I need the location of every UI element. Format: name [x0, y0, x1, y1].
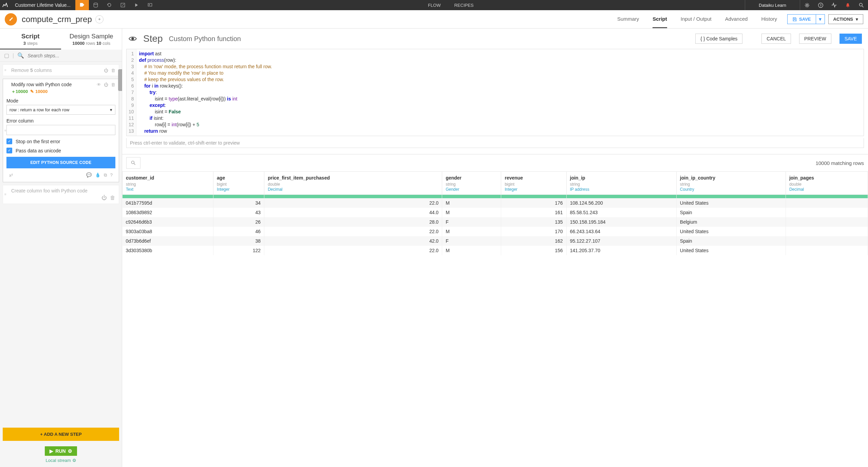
nav-recipes[interactable]: RECIPES: [454, 3, 474, 8]
edit-python-button[interactable]: EDIT PYTHON SOURCE CODE: [6, 157, 115, 168]
help-icon[interactable]: ?: [814, 0, 827, 10]
svg-rect-2: [148, 3, 152, 6]
tab-advanced[interactable]: Advanced: [725, 11, 748, 28]
project-name[interactable]: Customer Lifetime Value...: [10, 2, 75, 8]
main-panel: Step Custom Python function { } Code Sam…: [122, 29, 868, 467]
trash-icon[interactable]: 🗑: [111, 68, 115, 73]
tab-summary[interactable]: Summary: [617, 11, 639, 28]
left-tab-design[interactable]: Design Sample 10000 rows 10 cols: [61, 29, 122, 50]
column-header[interactable]: join_pagesdoubleDecimal: [786, 172, 868, 195]
help-small-icon[interactable]: ?: [110, 172, 113, 178]
pass-unicode-row[interactable]: ✓ Pass data as unicode: [6, 148, 115, 153]
resize-handle[interactable]: [118, 69, 122, 91]
learn-link[interactable]: Dataiku Learn: [745, 0, 800, 10]
table-row[interactable]: c92646d6b32628.0F135150.158.195.184Belgi…: [122, 217, 868, 227]
power-icon[interactable]: ⏻: [104, 82, 108, 87]
step-save-button[interactable]: SAVE: [839, 34, 862, 44]
code-editor[interactable]: 12345678910111213 import ast def process…: [126, 49, 864, 136]
left-panel: Script 3 steps Design Sample 10000 rows …: [0, 29, 122, 467]
preview-button[interactable]: PREVIEW: [799, 34, 831, 44]
svg-point-0: [94, 3, 97, 5]
drop-icon[interactable]: 💧: [95, 172, 100, 178]
stream-label[interactable]: Local stream ⚙: [0, 458, 122, 463]
comment-icon[interactable]: 💬: [86, 172, 92, 178]
nav-flow[interactable]: FLOW: [428, 3, 441, 8]
step-header-title: Step: [143, 33, 163, 44]
power-icon[interactable]: ⏻: [101, 195, 107, 201]
formula-icon[interactable]: x²: [9, 173, 13, 178]
left-tab-script-title: Script: [0, 33, 61, 40]
table-row[interactable]: 10863d98924344.0M16185.58.51.243Spain: [122, 208, 868, 217]
screen-icon[interactable]: [143, 0, 157, 10]
trash-icon[interactable]: 🗑: [111, 82, 115, 87]
tab-script[interactable]: Script: [653, 11, 667, 28]
compass-icon[interactable]: ✦: [95, 15, 103, 23]
play-icon[interactable]: [130, 0, 143, 10]
error-column-input[interactable]: [6, 125, 115, 135]
column-header[interactable]: price_first_item_purchaseddoubleDecimal: [264, 172, 442, 195]
column-header[interactable]: revenuebigintInteger: [501, 172, 566, 195]
run-gear-icon[interactable]: ⚙: [68, 448, 72, 454]
step-title: Create column foo with Python code: [11, 188, 88, 193]
table-row[interactable]: 3d3035380b12222.0M156141.205.37.70United…: [122, 246, 868, 255]
tab-history[interactable]: History: [761, 11, 777, 28]
add-new-step-button[interactable]: + ADD A NEW STEP: [3, 428, 119, 441]
save-button[interactable]: SAVE: [787, 14, 816, 24]
table-row[interactable]: 041b77595d3422.0M176108.124.56.200United…: [122, 198, 868, 208]
column-header[interactable]: join_ip_countrystringCountry: [676, 172, 786, 195]
stop-on-error-row[interactable]: ✓ Stop on the first error: [6, 138, 115, 144]
tab-io[interactable]: Input / Output: [681, 11, 712, 28]
column-header[interactable]: genderstringGender: [442, 172, 501, 195]
logo-icon[interactable]: [0, 0, 10, 10]
run-button[interactable]: ▶ RUN ⚙: [45, 446, 77, 456]
step-create-foo[interactable]: ≡ Create column foo with Python code ⏻ 🗑: [3, 185, 119, 204]
refresh-icon[interactable]: [102, 0, 116, 10]
eye-icon[interactable]: 👁: [97, 82, 101, 87]
step-title: Modify row with Python code: [11, 82, 72, 87]
step-remove-columns[interactable]: ≡ Remove 5 columns ⏻ 🗑: [3, 64, 119, 76]
table-search-button[interactable]: [126, 157, 140, 169]
step-header-subtitle: Custom Python function: [169, 35, 241, 43]
dataset-icon[interactable]: [89, 0, 102, 10]
column-header[interactable]: agebigintInteger: [213, 172, 264, 195]
table-row[interactable]: 0d73b6d6ef3842.0F16295.122.27.107Spain: [122, 236, 868, 246]
edit-icon[interactable]: [116, 0, 130, 10]
left-tab-script[interactable]: Script 3 steps: [0, 29, 61, 50]
save-dropdown[interactable]: ▾: [816, 14, 825, 24]
step-modify-python[interactable]: ≡ Modify row with Python code 👁 ⏻ 🗑 ＋100…: [3, 79, 119, 182]
bell-icon[interactable]: [841, 0, 854, 10]
svg-point-7: [859, 3, 862, 6]
copy-icon[interactable]: ⧉: [104, 172, 107, 178]
table-row[interactable]: 9303a03ba84622.0M17066.243.143.64United …: [122, 227, 868, 236]
svg-text:?: ?: [819, 3, 822, 7]
code-samples-button[interactable]: { } Code Samples: [695, 34, 742, 44]
column-header[interactable]: join_ipstringIP address: [566, 172, 676, 195]
data-table: customer_idstringTextagebigintIntegerpri…: [122, 171, 868, 255]
mode-select[interactable]: row : return a row for each row▾: [6, 105, 115, 115]
select-all-checkbox[interactable]: ▢: [4, 52, 9, 59]
eye-visible-icon[interactable]: [128, 34, 137, 43]
error-column-label: Error column: [6, 118, 115, 124]
recipe-subheader: compute_crm_prep ✦ Summary Script Input …: [0, 10, 868, 29]
drag-handle-icon[interactable]: ≡: [4, 129, 6, 132]
cancel-button[interactable]: CANCEL: [761, 34, 791, 44]
column-header[interactable]: customer_idstringText: [122, 172, 213, 195]
mode-label: Mode: [6, 98, 115, 104]
pulse-icon[interactable]: [827, 0, 841, 10]
left-tab-design-title: Design Sample: [61, 33, 122, 40]
search-glyph-icon: 🔍: [17, 52, 24, 59]
matching-rows-label: 10000 matching rows: [815, 160, 864, 166]
power-icon[interactable]: ⏻: [104, 68, 108, 73]
actions-button[interactable]: ACTIONS ▾: [828, 14, 864, 24]
gear-icon[interactable]: [800, 0, 814, 10]
checkbox-checked-icon[interactable]: ✓: [6, 138, 12, 144]
recipe-brush-icon: [5, 13, 17, 25]
recipe-tab-icon[interactable]: [75, 0, 89, 10]
trash-icon[interactable]: 🗑: [110, 195, 115, 201]
checkbox-checked-icon[interactable]: ✓: [6, 148, 12, 153]
steps-search-input[interactable]: [27, 53, 118, 58]
drag-handle-icon[interactable]: ≡: [4, 69, 6, 72]
svg-rect-3: [149, 4, 150, 5]
drag-handle-icon[interactable]: ≡: [4, 193, 6, 196]
search-icon[interactable]: [854, 0, 868, 10]
